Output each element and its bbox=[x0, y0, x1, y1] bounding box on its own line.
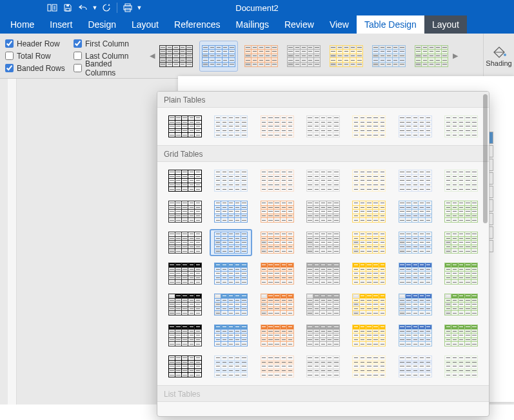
tab-insert[interactable]: Insert bbox=[42, 15, 80, 34]
undo-dropdown-icon[interactable]: ▼ bbox=[92, 2, 98, 14]
gallery-item-plain[interactable] bbox=[348, 113, 390, 140]
tab-view[interactable]: View bbox=[322, 15, 357, 34]
gallery-strip-item[interactable] bbox=[199, 41, 238, 72]
gallery-item-grid[interactable] bbox=[302, 229, 344, 256]
gallery-item-grid[interactable] bbox=[164, 322, 206, 349]
gallery-item-grid[interactable] bbox=[440, 260, 482, 287]
gallery-strip-item[interactable] bbox=[284, 41, 323, 72]
gallery-item-grid[interactable] bbox=[394, 260, 436, 287]
gallery-item-plain[interactable] bbox=[302, 113, 344, 140]
gallery-item-grid[interactable] bbox=[440, 322, 482, 349]
gallery-item-grid[interactable] bbox=[256, 229, 298, 256]
header-row-checkbox[interactable]: Header Row bbox=[5, 37, 74, 50]
shading-label: Shading bbox=[486, 59, 511, 67]
gallery-item-grid[interactable] bbox=[348, 167, 390, 194]
gallery-item-grid[interactable] bbox=[164, 291, 206, 318]
svg-rect-0 bbox=[48, 5, 51, 11]
gallery-strip-item[interactable] bbox=[370, 41, 408, 72]
gallery-strip-item[interactable] bbox=[157, 41, 195, 72]
tab-table-layout[interactable]: Layout bbox=[424, 15, 467, 34]
gallery-item-grid[interactable] bbox=[394, 167, 436, 194]
gallery-item-grid[interactable] bbox=[348, 322, 390, 349]
gallery-scrollbar[interactable] bbox=[482, 94, 488, 414]
gallery-section-plain-header: Plain Tables bbox=[157, 92, 489, 108]
undo-icon[interactable] bbox=[76, 2, 90, 14]
gallery-item-grid[interactable] bbox=[210, 291, 252, 318]
gallery-item-grid[interactable] bbox=[256, 198, 298, 225]
gallery-item-grid[interactable] bbox=[440, 167, 482, 194]
gallery-item-grid[interactable] bbox=[210, 322, 252, 349]
gallery-item-grid[interactable] bbox=[302, 260, 344, 287]
gallery-item-grid[interactable] bbox=[164, 229, 206, 256]
first-column-label: First Column bbox=[85, 39, 129, 48]
gallery-prev-button[interactable]: ◀ bbox=[148, 41, 157, 72]
gallery-item-plain[interactable] bbox=[440, 113, 482, 140]
gallery-item-grid[interactable] bbox=[440, 198, 482, 225]
gallery-item-grid[interactable] bbox=[348, 260, 390, 287]
gallery-strip-item[interactable] bbox=[327, 41, 366, 72]
print-icon[interactable] bbox=[121, 2, 135, 14]
gallery-item-grid[interactable] bbox=[302, 167, 344, 194]
svg-point-10 bbox=[504, 54, 506, 56]
gallery-item-grid[interactable] bbox=[210, 167, 252, 194]
gallery-item-grid[interactable] bbox=[440, 229, 482, 256]
gallery-item-grid[interactable] bbox=[394, 353, 436, 380]
gallery-item-grid[interactable] bbox=[164, 353, 206, 380]
gallery-item-grid[interactable] bbox=[348, 229, 390, 256]
gallery-item-grid[interactable] bbox=[394, 291, 436, 318]
gallery-item-grid[interactable] bbox=[302, 198, 344, 225]
shading-button[interactable]: Shading bbox=[483, 34, 514, 78]
titlebar: ▼ ▼ Document2 bbox=[0, 0, 514, 15]
gallery-item-grid[interactable] bbox=[164, 260, 206, 287]
gallery-item-grid[interactable] bbox=[210, 229, 252, 256]
gallery-item-grid[interactable] bbox=[394, 322, 436, 349]
gallery-item-grid[interactable] bbox=[164, 198, 206, 225]
tab-references[interactable]: References bbox=[166, 15, 228, 34]
first-column-checkbox[interactable]: First Column bbox=[74, 37, 142, 50]
total-row-checkbox[interactable]: Total Row bbox=[5, 50, 74, 62]
svg-rect-6 bbox=[66, 5, 69, 6]
gallery-item-grid[interactable] bbox=[440, 353, 482, 380]
banded-rows-checkbox[interactable]: Banded Rows bbox=[5, 62, 74, 74]
gallery-item-grid[interactable] bbox=[348, 291, 390, 318]
tab-mailings[interactable]: Mailings bbox=[228, 15, 277, 34]
gallery-item-grid[interactable] bbox=[348, 198, 390, 225]
gallery-next-button[interactable]: ▶ bbox=[451, 41, 460, 72]
gallery-item-grid[interactable] bbox=[302, 353, 344, 380]
gallery-item-grid[interactable] bbox=[164, 167, 206, 194]
tab-home[interactable]: Home bbox=[3, 15, 42, 34]
gallery-item-grid[interactable] bbox=[210, 353, 252, 380]
gallery-item-plain[interactable] bbox=[394, 113, 436, 140]
gallery-item-plain[interactable] bbox=[164, 113, 206, 140]
tab-table-design[interactable]: Table Design bbox=[357, 15, 424, 34]
gallery-item-grid[interactable] bbox=[440, 291, 482, 318]
vertical-ruler bbox=[8, 79, 17, 405]
save-icon[interactable] bbox=[61, 2, 75, 14]
gallery-item-grid[interactable] bbox=[348, 353, 390, 380]
gallery-item-grid[interactable] bbox=[210, 198, 252, 225]
banded-rows-label: Banded Rows bbox=[17, 64, 65, 73]
redo-icon[interactable] bbox=[99, 2, 114, 14]
tab-design[interactable]: Design bbox=[80, 15, 124, 34]
gallery-item-grid[interactable] bbox=[302, 291, 344, 318]
gallery-item-grid[interactable] bbox=[394, 229, 436, 256]
gallery-item-grid[interactable] bbox=[256, 353, 298, 380]
gallery-item-plain[interactable] bbox=[256, 113, 298, 140]
gallery-item-grid[interactable] bbox=[210, 260, 252, 287]
gallery-item-grid[interactable] bbox=[256, 260, 298, 287]
autosave-icon[interactable] bbox=[45, 2, 59, 14]
gallery-item-grid[interactable] bbox=[394, 198, 436, 225]
total-row-label: Total Row bbox=[17, 52, 51, 61]
gallery-item-grid[interactable] bbox=[256, 291, 298, 318]
gallery-item-grid[interactable] bbox=[256, 167, 298, 194]
quick-access-toolbar: ▼ ▼ bbox=[0, 0, 514, 15]
qat-customize-icon[interactable]: ▼ bbox=[136, 2, 143, 14]
tab-layout[interactable]: Layout bbox=[124, 15, 166, 34]
gallery-item-plain[interactable] bbox=[210, 113, 252, 140]
tab-review[interactable]: Review bbox=[277, 15, 322, 34]
gallery-strip-item[interactable] bbox=[412, 41, 451, 72]
gallery-item-grid[interactable] bbox=[302, 322, 344, 349]
gallery-item-grid[interactable] bbox=[256, 322, 298, 349]
gallery-strip-item[interactable] bbox=[242, 41, 281, 72]
banded-columns-checkbox[interactable]: Banded Columns bbox=[74, 62, 142, 74]
